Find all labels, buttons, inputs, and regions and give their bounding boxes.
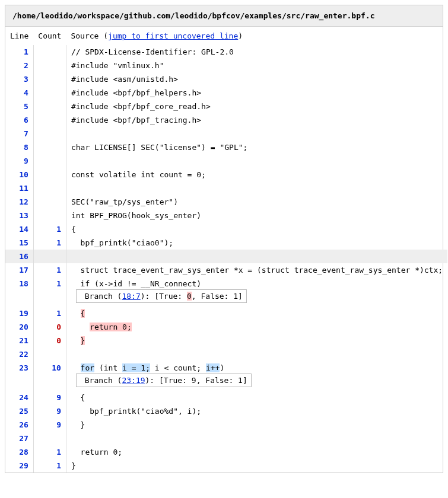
source-row: 181 if (x->id != __NR_connect) Branch (1… — [5, 277, 447, 307]
line-number: 11 — [5, 181, 33, 195]
exec-count — [33, 432, 66, 445]
exec-count — [33, 209, 66, 222]
source-code: char LICENSE[] SEC("license") = "GPL"; — [66, 141, 447, 154]
source-code: bpf_printk("ciao%d", i); — [66, 404, 447, 418]
source-row: 269 } — [5, 418, 447, 432]
header-count: Count — [33, 27, 66, 45]
source-row: 6#include <bpf/bpf_tracing.h> — [5, 113, 447, 127]
line-number: 19 — [5, 307, 33, 320]
source-row: 291} — [5, 459, 447, 473]
source-code: return 0; — [66, 320, 447, 334]
source-row: 141{ — [5, 222, 447, 236]
line-number: 5 — [5, 100, 33, 113]
source-row: 5#include <bpf/bpf_core_read.h> — [5, 100, 447, 113]
exec-count: 1 — [33, 307, 66, 320]
source-code: { — [66, 307, 447, 320]
source-code: for (int i = 1; i < count; i++) Branch (… — [66, 361, 447, 391]
exec-count: 10 — [33, 361, 66, 391]
source-row: 210 } — [5, 334, 447, 347]
line-number: 14 — [5, 222, 33, 236]
source-row: 191 { — [5, 307, 447, 320]
line-number: 18 — [5, 277, 33, 307]
exec-count — [33, 100, 66, 113]
line-number: 16 — [5, 250, 33, 263]
exec-count — [33, 195, 66, 209]
line-number: 12 — [5, 195, 33, 209]
source-code: const volatile int count = 0; — [66, 168, 447, 181]
source-code: bpf_printk("ciao0"); — [66, 236, 447, 250]
source-row: 151 bpf_printk("ciao0"); — [5, 236, 447, 250]
source-code: } — [66, 418, 447, 432]
exec-count — [33, 250, 66, 263]
branch-loc-link[interactable]: 18:7 — [122, 292, 140, 301]
line-number: 24 — [5, 391, 33, 404]
source-row: 4#include <bpf/bpf_helpers.h> — [5, 86, 447, 100]
source-row: 1// SPDX-License-Identifier: GPL-2.0 — [5, 45, 447, 59]
exec-count — [33, 168, 66, 181]
source-code: #include <bpf/bpf_tracing.h> — [66, 113, 447, 127]
source-code: int BPF_PROG(hook_sys_enter) — [66, 209, 447, 222]
exec-count — [33, 181, 66, 195]
line-number: 23 — [5, 361, 33, 391]
exec-count — [33, 347, 66, 361]
source-code: return 0; — [66, 445, 447, 459]
exec-count — [33, 141, 66, 154]
line-number: 21 — [5, 334, 33, 347]
source-row: 200 return 0; — [5, 320, 447, 334]
line-number: 27 — [5, 432, 33, 445]
source-code — [66, 181, 447, 195]
exec-count — [33, 154, 66, 168]
exec-count: 1 — [33, 222, 66, 236]
header-line: Line — [5, 27, 33, 45]
source-code: } — [66, 459, 447, 473]
line-number: 2 — [5, 59, 33, 72]
branch-box: Branch (23:19): [True: 9, False: 1] — [76, 374, 252, 387]
exec-count: 1 — [33, 236, 66, 250]
exec-count — [33, 45, 66, 59]
source-row: 22 — [5, 347, 447, 361]
source-code: #include "vmlinux.h" — [66, 59, 447, 72]
source-code — [66, 250, 447, 263]
source-code — [66, 347, 447, 361]
source-row: 11 — [5, 181, 447, 195]
source-row: 249 { — [5, 391, 447, 404]
source-code: #include <bpf/bpf_core_read.h> — [66, 100, 447, 113]
source-row: 27 — [5, 432, 447, 445]
source-code: struct trace_event_raw_sys_enter *x = (s… — [66, 263, 447, 277]
source-code — [66, 432, 447, 445]
line-number: 6 — [5, 113, 33, 127]
line-number: 29 — [5, 459, 33, 473]
source-row: 8char LICENSE[] SEC("license") = "GPL"; — [5, 141, 447, 154]
exec-count — [33, 72, 66, 86]
source-row: 171 struct trace_event_raw_sys_enter *x … — [5, 263, 447, 277]
coverage-report: /home/leodido/workspace/github.com/leodi… — [5, 5, 443, 473]
line-number: 15 — [5, 236, 33, 250]
source-row: 13int BPF_PROG(hook_sys_enter) — [5, 209, 447, 222]
source-row: 3#include <asm/unistd.h> — [5, 72, 447, 86]
source-row: 16 — [5, 250, 447, 263]
file-path: /home/leodido/workspace/github.com/leodi… — [5, 5, 443, 27]
line-number: 28 — [5, 445, 33, 459]
line-number: 17 — [5, 263, 33, 277]
source-code: { — [66, 222, 447, 236]
exec-count — [33, 127, 66, 141]
exec-count: 1 — [33, 459, 66, 473]
line-number: 25 — [5, 404, 33, 418]
line-number: 7 — [5, 127, 33, 141]
source-code: SEC("raw_tp/sys_enter") — [66, 195, 447, 209]
source-code — [66, 154, 447, 168]
line-number: 4 — [5, 86, 33, 100]
source-row: 9 — [5, 154, 447, 168]
source-code — [66, 127, 447, 141]
jump-uncovered-link[interactable]: jump to first uncovered line — [108, 31, 238, 40]
source-code: // SPDX-License-Identifier: GPL-2.0 — [66, 45, 447, 59]
coverage-table: Line Count Source (jump to first uncover… — [5, 27, 447, 473]
branch-loc-link[interactable]: 23:19 — [122, 376, 145, 385]
exec-count: 9 — [33, 391, 66, 404]
source-row: 12SEC("raw_tp/sys_enter") — [5, 195, 447, 209]
exec-count: 1 — [33, 277, 66, 307]
source-row: 2#include "vmlinux.h" — [5, 59, 447, 72]
source-code: #include <bpf/bpf_helpers.h> — [66, 86, 447, 100]
branch-box: Branch (18:7): [True: 0, False: 1] — [76, 289, 247, 303]
source-code: } — [66, 334, 447, 347]
